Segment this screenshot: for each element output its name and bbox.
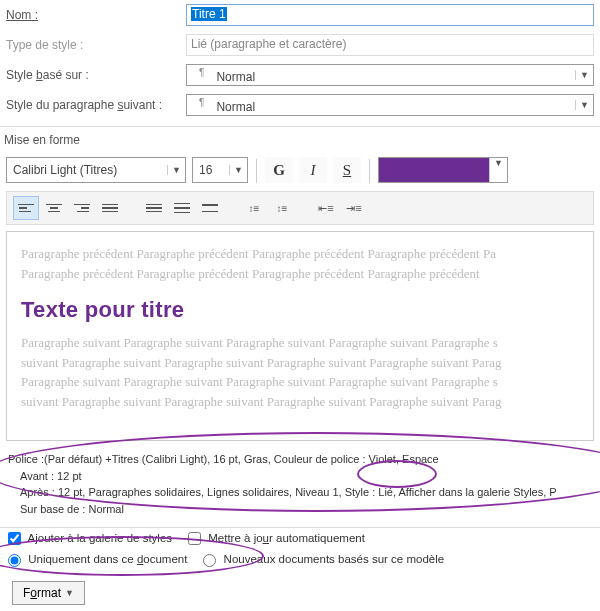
basedon-label: Style basé sur :: [6, 68, 186, 82]
font-name-combo[interactable]: Calibri Light (Titres) ▼: [6, 157, 186, 183]
linespace-1-button[interactable]: [141, 196, 167, 220]
space-before-dec-button[interactable]: ↕≡: [269, 196, 295, 220]
name-input[interactable]: Titre 1: [186, 4, 594, 26]
align-right-button[interactable]: [69, 196, 95, 220]
chevron-down-icon: ▼: [575, 100, 593, 110]
styletype-value: Lié (paragraphe et caractère): [186, 34, 594, 56]
indent-inc-button[interactable]: ⇥≡: [341, 196, 367, 220]
indent-dec-button[interactable]: ⇤≡: [313, 196, 339, 220]
sample-title: Texte pour titre: [21, 283, 579, 333]
chevron-down-icon: ▼: [575, 70, 593, 80]
linespace-1.5-button[interactable]: [169, 196, 195, 220]
section-formatting-label: Mise en forme: [0, 127, 600, 151]
chevron-down-icon: ▼: [65, 588, 74, 598]
align-left-button[interactable]: [13, 196, 39, 220]
chevron-down-icon: ▼: [167, 165, 185, 175]
linespace-2-button[interactable]: [197, 196, 223, 220]
space-before-inc-button[interactable]: ↕≡: [241, 196, 267, 220]
add-gallery-checkbox[interactable]: Ajouter à la galerie de styles: [8, 532, 172, 545]
chevron-down-icon: ▼: [229, 165, 247, 175]
underline-button[interactable]: S: [333, 157, 361, 183]
auto-update-checkbox[interactable]: Mettre à jour automatiquement: [188, 532, 365, 545]
align-center-button[interactable]: [41, 196, 67, 220]
font-color-swatch[interactable]: ▼: [378, 157, 508, 183]
following-combo[interactable]: ¶Normal ▼: [186, 94, 594, 116]
only-doc-radio[interactable]: Uniquement dans ce document: [8, 553, 187, 566]
basedon-combo[interactable]: ¶Normal ▼: [186, 64, 594, 86]
font-size-combo[interactable]: 16 ▼: [192, 157, 248, 183]
style-summary: Police :(Par défaut) +Titres (Calibri Li…: [0, 447, 600, 521]
following-label: Style du paragraphe suivant :: [6, 98, 186, 112]
new-docs-radio[interactable]: Nouveaux documents basés sur ce modèle: [203, 553, 444, 566]
italic-button[interactable]: I: [299, 157, 327, 183]
bold-button[interactable]: G: [265, 157, 293, 183]
preview-pane: Paragraphe précédent Paragraphe précéden…: [6, 231, 594, 441]
align-justify-button[interactable]: [97, 196, 123, 220]
styletype-label: Type de style :: [6, 38, 186, 52]
format-button[interactable]: Format▼: [12, 581, 85, 605]
name-label: Nom :: [6, 8, 186, 22]
chevron-down-icon: ▼: [489, 158, 507, 182]
